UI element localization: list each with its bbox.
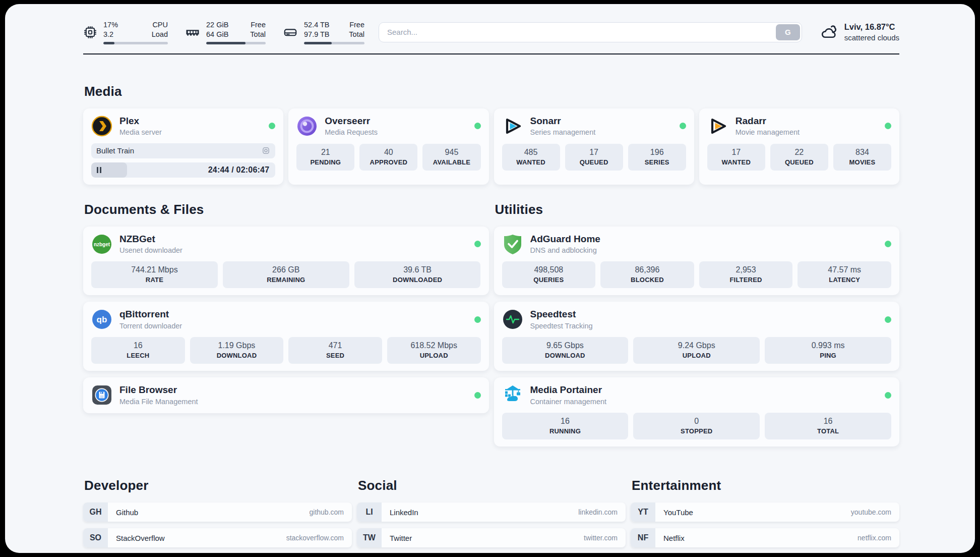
app-name: Radarr bbox=[736, 115, 800, 127]
cpu-label-2: Load bbox=[152, 30, 168, 39]
bookmark-netflix[interactable]: NF Netflix netflix.com bbox=[631, 528, 899, 547]
top-bar: 17% 3.2 CPU Load bbox=[83, 20, 899, 44]
overseerr-icon bbox=[296, 116, 318, 137]
weather-condition: scattered clouds bbox=[844, 33, 899, 43]
app-subtitle: Movie management bbox=[736, 128, 800, 137]
bookmark-url: youtube.com bbox=[851, 508, 891, 516]
search-input[interactable] bbox=[379, 22, 802, 42]
stat-downloaded: 39.6 TBDOWNLOADED bbox=[354, 261, 481, 288]
developer-section-title: Developer bbox=[84, 478, 352, 493]
app-card-qbittorrent[interactable]: qb qBittorrent Torrent downloader 16LEEC… bbox=[83, 302, 489, 371]
stat-total: 16TOTAL bbox=[765, 413, 891, 439]
status-dot bbox=[474, 123, 481, 129]
app-card-radarr[interactable]: Radarr Movie management 17WANTED 22QUEUE… bbox=[699, 108, 899, 185]
files-section-title: Documents & Files bbox=[84, 202, 489, 217]
bookmark-url: github.com bbox=[310, 508, 344, 516]
status-dot bbox=[885, 123, 891, 129]
app-name: AdGuard Home bbox=[530, 233, 600, 245]
app-card-filebrowser[interactable]: File Browser Media File Management bbox=[83, 377, 489, 413]
section-documents-files: Documents & Files nzbget bbox=[83, 202, 489, 447]
disk-free-value: 52.4 TB bbox=[304, 20, 330, 30]
bookmark-name: YouTube bbox=[663, 508, 693, 517]
bookmark-linkedin[interactable]: LI LinkedIn linkedin.com bbox=[357, 503, 626, 522]
disk-label-1: Free bbox=[349, 20, 364, 30]
app-subtitle: DNS and adblocking bbox=[530, 246, 600, 255]
app-name: Plex bbox=[119, 115, 162, 127]
ram-icon bbox=[185, 25, 200, 40]
sonarr-icon bbox=[502, 116, 523, 137]
search-engine-button[interactable]: G bbox=[776, 24, 800, 40]
stat-pending: 21PENDING bbox=[296, 144, 354, 171]
media-section-title: Media bbox=[84, 84, 899, 99]
bookmark-github[interactable]: GH Github github.com bbox=[83, 503, 352, 522]
app-card-adguard[interactable]: AdGuard Home DNS and adblocking 498,508Q… bbox=[494, 227, 900, 296]
bookmark-url: netflix.com bbox=[858, 534, 891, 542]
bookmark-name: Github bbox=[116, 508, 138, 517]
stat-series: 196SERIES bbox=[628, 144, 686, 171]
stat-rate: 744.21 MbpsRATE bbox=[91, 261, 218, 288]
app-card-nzbget[interactable]: nzbget NZBGet Usenet downloader 744.21 M… bbox=[83, 227, 489, 296]
stat-approved: 40APPROVED bbox=[359, 144, 417, 171]
ram-label-1: Free bbox=[250, 20, 266, 30]
cloud-icon bbox=[820, 23, 838, 41]
section-utilities: Utilities bbox=[494, 202, 900, 447]
app-name: Overseerr bbox=[325, 115, 378, 127]
bookmark-name: StackOverflow bbox=[116, 534, 165, 542]
stat-ping: 0.993 msPING bbox=[765, 337, 891, 364]
ram-progress-bar bbox=[206, 42, 266, 44]
stat-upload: 9.24 GbpsUPLOAD bbox=[633, 337, 760, 364]
bookmark-youtube[interactable]: YT YouTube youtube.com bbox=[631, 503, 899, 522]
stat-queued: 22QUEUED bbox=[770, 144, 828, 171]
app-card-portainer[interactable]: Media Portainer Container management 16R… bbox=[494, 377, 900, 447]
nzbget-icon: nzbget bbox=[91, 234, 112, 255]
disk-total-value: 97.9 TB bbox=[304, 30, 330, 39]
status-dot bbox=[885, 241, 891, 247]
bookmark-name: Netflix bbox=[663, 534, 685, 542]
now-playing-row: Bullet Train bbox=[91, 143, 275, 158]
ram-total-value: 64 GiB bbox=[206, 30, 228, 39]
search-box: G bbox=[379, 22, 802, 42]
system-metrics: 17% 3.2 CPU Load bbox=[83, 20, 364, 44]
ram-metric: 22 GiB 64 GiB Free Total bbox=[185, 20, 266, 44]
status-dot bbox=[885, 316, 891, 323]
video-icon bbox=[262, 146, 270, 155]
portainer-icon bbox=[502, 384, 523, 406]
app-card-overseerr[interactable]: Overseerr Media Requests 21PENDING 40APP… bbox=[288, 108, 488, 185]
qbittorrent-icon: qb bbox=[91, 309, 112, 330]
stat-queries: 498,508QUERIES bbox=[502, 261, 596, 288]
bookmark-name: LinkedIn bbox=[390, 508, 418, 517]
stat-upload: 618.52 MbpsUPLOAD bbox=[387, 337, 481, 364]
utilities-section-title: Utilities bbox=[495, 202, 900, 217]
section-social: Social LI LinkedIn linkedin.com TW Twitt… bbox=[357, 478, 626, 553]
app-subtitle: Usenet downloader bbox=[119, 246, 182, 255]
stat-latency: 47.57 msLATENCY bbox=[798, 261, 891, 288]
bookmark-stackoverflow[interactable]: SO StackOverflow stackoverflow.com bbox=[83, 528, 352, 547]
app-card-plex[interactable]: Plex Media server Bullet Train bbox=[83, 108, 283, 185]
speedtest-icon bbox=[502, 309, 523, 330]
stat-running: 16RUNNING bbox=[502, 413, 629, 439]
app-name: NZBGet bbox=[119, 233, 182, 245]
pause-icon bbox=[97, 167, 101, 173]
app-subtitle: Media File Management bbox=[119, 397, 198, 406]
stat-remaining: 266 GBREMAINING bbox=[223, 261, 349, 288]
social-section-title: Social bbox=[358, 478, 626, 493]
bookmark-abbr: TW bbox=[357, 528, 382, 547]
bookmark-abbr: YT bbox=[631, 503, 655, 522]
bookmark-name: Twitter bbox=[390, 534, 412, 542]
adguard-icon bbox=[502, 234, 523, 255]
status-dot bbox=[269, 123, 275, 129]
bookmark-url: linkedin.com bbox=[578, 508, 618, 516]
bookmark-abbr: LI bbox=[357, 503, 382, 522]
section-entertainment: Entertainment YT YouTube youtube.com NF … bbox=[631, 478, 899, 553]
ram-free-value: 22 GiB bbox=[206, 20, 228, 30]
entertainment-section-title: Entertainment bbox=[632, 478, 899, 493]
status-dot bbox=[474, 392, 481, 399]
app-card-sonarr[interactable]: Sonarr Series management 485WANTED 17QUE… bbox=[494, 108, 694, 185]
app-subtitle: Media Requests bbox=[325, 128, 378, 137]
app-name: qBittorrent bbox=[119, 308, 182, 320]
bookmark-twitter[interactable]: TW Twitter twitter.com bbox=[357, 528, 626, 547]
app-card-speedtest[interactable]: Speedtest Speedtest Tracking 9.65 GbpsDO… bbox=[494, 302, 900, 371]
filebrowser-icon bbox=[91, 384, 112, 406]
stat-filtered: 2,953FILTERED bbox=[699, 261, 793, 288]
cpu-icon bbox=[83, 25, 97, 39]
